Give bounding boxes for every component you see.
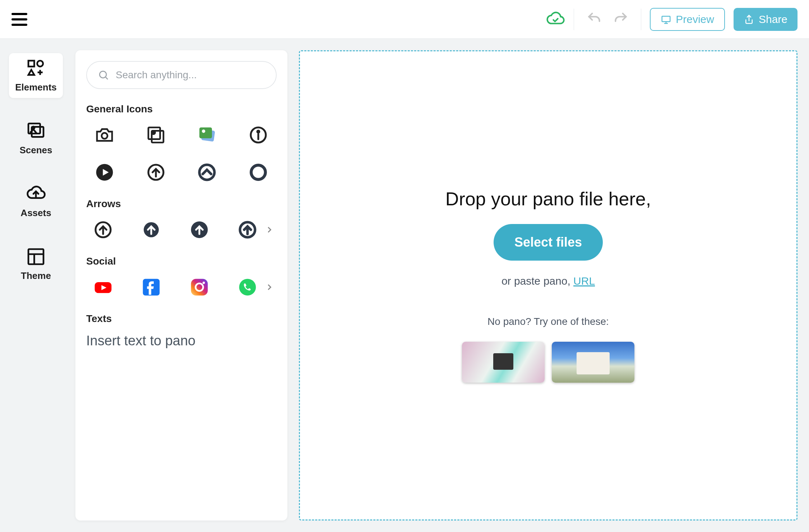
paste-prefix: or paste pano, — [501, 275, 573, 287]
social-more-button[interactable] — [262, 282, 277, 292]
dropzone-title: Drop your pano file here, — [445, 188, 651, 210]
canvas-area: Drop your pano file here, Select files o… — [287, 39, 809, 532]
play-icon[interactable] — [93, 161, 116, 184]
arrow-up-solid-large-icon[interactable] — [188, 218, 211, 241]
photo-stack-icon[interactable] — [144, 123, 167, 146]
section-title-general: General Icons — [86, 103, 277, 115]
arrow-up-outline-icon[interactable] — [92, 218, 115, 241]
select-files-button[interactable]: Select files — [494, 224, 603, 261]
social-grid — [86, 276, 264, 299]
rail-tab-scenes[interactable]: Scenes — [9, 116, 63, 161]
elements-panel: General Icons Arrows Social — [75, 50, 287, 521]
svg-point-29 — [203, 282, 205, 284]
cloud-saved-icon — [546, 9, 565, 30]
general-icons-grid — [86, 123, 277, 184]
preview-button[interactable]: Preview — [650, 8, 725, 31]
arrows-more-button[interactable] — [262, 225, 277, 235]
arrow-up-solid-small-icon[interactable] — [140, 218, 163, 241]
topbar-right: Preview Share — [546, 8, 798, 31]
redo-button[interactable] — [613, 11, 629, 28]
pano-dropzone[interactable]: Drop your pano file here, Select files o… — [299, 50, 798, 521]
svg-rect-1 — [28, 61, 34, 66]
sample-pano-exterior[interactable] — [552, 342, 634, 383]
section-title-social: Social — [86, 256, 277, 267]
section-title-arrows: Arrows — [86, 198, 277, 210]
insert-text-item[interactable]: Insert text to pano — [86, 333, 277, 349]
info-icon[interactable] — [247, 123, 270, 146]
preview-label: Preview — [676, 13, 714, 25]
search-input[interactable] — [116, 69, 265, 81]
rail-label: Elements — [15, 82, 57, 93]
svg-point-14 — [202, 130, 205, 133]
svg-rect-6 — [28, 249, 43, 264]
rail-tab-theme[interactable]: Theme — [9, 242, 63, 286]
paste-line: or paste pano, URL — [501, 275, 595, 287]
whatsapp-icon[interactable] — [236, 276, 259, 299]
sidebar-rail: Elements Scenes Assets Theme — [0, 39, 72, 532]
svg-point-30 — [239, 279, 256, 296]
circle-outline-icon[interactable] — [247, 161, 270, 184]
rail-label: Theme — [21, 270, 51, 281]
search-icon — [98, 69, 109, 81]
camera-icon[interactable] — [93, 123, 116, 146]
rail-tab-elements[interactable]: Elements — [9, 53, 63, 98]
section-title-texts: Texts — [86, 313, 277, 325]
svg-point-8 — [102, 133, 107, 139]
up-circle-outline-icon[interactable] — [144, 161, 167, 184]
svg-rect-27 — [191, 279, 208, 296]
main-area: Elements Scenes Assets Theme — [0, 39, 809, 532]
top-bar: Preview Share — [0, 0, 809, 39]
svg-point-16 — [257, 131, 259, 133]
youtube-icon[interactable] — [92, 276, 115, 299]
svg-point-20 — [251, 165, 265, 179]
undo-redo-group — [583, 11, 632, 28]
rail-tab-assets[interactable]: Assets — [9, 179, 63, 224]
rail-label: Assets — [20, 207, 51, 219]
rail-label: Scenes — [19, 145, 52, 156]
svg-rect-13 — [199, 127, 212, 138]
share-button[interactable]: Share — [734, 8, 798, 31]
arrows-grid — [86, 218, 264, 241]
share-label: Share — [759, 13, 787, 25]
svg-point-11 — [152, 131, 155, 134]
svg-point-7 — [100, 71, 106, 78]
paste-url-link[interactable]: URL — [573, 275, 595, 287]
svg-rect-0 — [662, 16, 670, 22]
svg-point-19 — [199, 165, 214, 180]
facebook-icon[interactable] — [140, 276, 163, 299]
arrow-up-ring-icon[interactable] — [236, 218, 259, 241]
chevron-up-circle-icon[interactable] — [195, 161, 218, 184]
sample-list — [462, 342, 634, 383]
picture-icon[interactable] — [195, 123, 218, 146]
search-input-wrap[interactable] — [86, 61, 277, 89]
try-samples-label: No pano? Try one of these: — [487, 316, 609, 327]
instagram-icon[interactable] — [188, 276, 211, 299]
divider — [574, 9, 574, 30]
undo-button[interactable] — [586, 11, 602, 28]
sample-pano-interior[interactable] — [462, 342, 545, 383]
menu-button[interactable] — [11, 11, 27, 27]
divider — [641, 9, 641, 30]
svg-point-2 — [37, 61, 43, 66]
